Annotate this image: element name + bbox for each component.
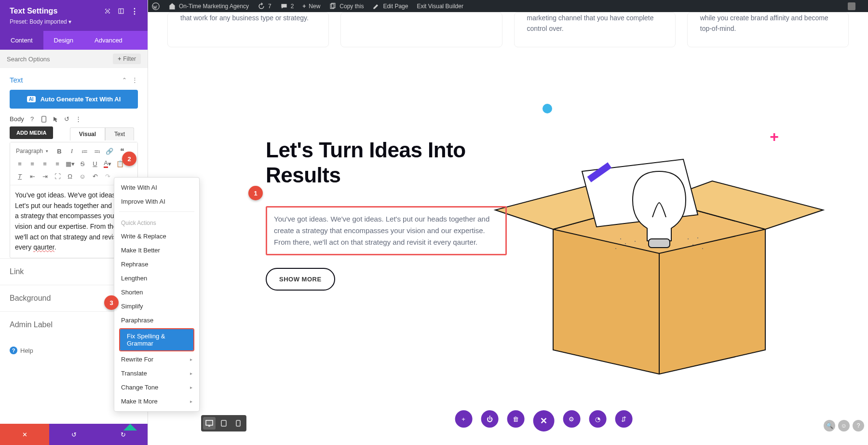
section-text-header[interactable]: Text ⌃⋮ <box>0 68 148 90</box>
history-button[interactable]: ◔ <box>589 410 606 428</box>
power-button[interactable]: ⏻ <box>481 410 498 428</box>
menu-rewrite-for[interactable]: Rewrite For▸ <box>114 352 199 366</box>
fullscreen-icon[interactable]: ⛶ <box>52 170 63 182</box>
view-desktop-icon[interactable] <box>203 417 216 430</box>
menu-improve-with-ai[interactable]: Improve With AI <box>114 195 199 209</box>
editor-tab-visual[interactable]: Visual <box>70 127 105 140</box>
ul-icon[interactable]: ≔ <box>79 145 90 157</box>
emoji-icon[interactable]: ☺ <box>77 170 88 182</box>
tab-design[interactable]: Design <box>43 31 84 50</box>
align-center-icon[interactable]: ≡ <box>27 158 38 169</box>
paragraph-select[interactable]: Paragraph <box>14 145 53 157</box>
new-content[interactable]: +New <box>302 3 320 10</box>
align-justify-icon[interactable]: ≡ <box>52 158 63 169</box>
strike-icon[interactable]: S <box>77 158 88 169</box>
feature-card: while you create brand affinity and beco… <box>687 12 849 47</box>
site-name[interactable]: On-Time Marketing Agency <box>168 2 249 10</box>
undo-button[interactable]: ↺ <box>49 424 98 445</box>
view-phone-icon[interactable] <box>232 417 244 430</box>
chevron-up-icon: ⌃ <box>122 77 127 83</box>
more-icon[interactable]: ⋮ <box>131 8 138 14</box>
redo-button[interactable]: ↻ <box>98 424 148 445</box>
menu-make-better[interactable]: Make It Better <box>114 243 199 257</box>
wp-logo[interactable] <box>152 2 160 10</box>
ol-icon[interactable]: ≕ <box>91 145 103 157</box>
transfer-button[interactable]: ⇵ <box>615 410 632 428</box>
comments[interactable]: 2 <box>280 2 294 10</box>
sidebar-tabs: Content Design Advanced <box>0 31 148 50</box>
chevron-right-icon: ▸ <box>190 371 192 376</box>
callout-badge-2: 2 <box>122 152 136 166</box>
delete-button[interactable]: 🗑 <box>507 410 524 428</box>
exit-visual-builder[interactable]: Exit Visual Builder <box>417 3 463 10</box>
more-icon[interactable]: ⋮ <box>75 116 82 123</box>
hover-icon[interactable] <box>52 116 59 123</box>
search-row: +Filter <box>0 50 148 68</box>
svg-rect-25 <box>221 420 226 426</box>
special-char-icon[interactable]: Ω <box>64 170 76 182</box>
menu-write-with-ai[interactable]: Write With AI <box>114 181 199 195</box>
reset-icon[interactable]: ↺ <box>64 116 70 123</box>
support-floating-icon[interactable]: ☺ <box>838 420 850 431</box>
body-label: Body <box>10 115 24 123</box>
table-icon[interactable]: ▦▾ <box>64 158 76 169</box>
svg-point-21 <box>615 248 616 249</box>
filter-button[interactable]: +Filter <box>113 54 141 64</box>
link-icon[interactable]: 🔗 <box>104 145 115 157</box>
menu-quick-actions-header: Quick Actions <box>114 215 199 229</box>
view-tablet-icon[interactable] <box>217 417 230 430</box>
show-more-button[interactable]: SHOW MORE <box>266 268 335 291</box>
editor-tab-text[interactable]: Text <box>105 127 134 140</box>
add-media-button[interactable]: ADD MEDIA <box>10 126 53 139</box>
help-floating-icon[interactable]: ? <box>853 420 864 431</box>
menu-write-replace[interactable]: Write & Replace <box>114 229 199 243</box>
chevron-right-icon: ▸ <box>190 385 192 390</box>
help-icon[interactable]: ? <box>29 116 36 123</box>
search-floating-icon[interactable]: 🔍 <box>824 420 835 431</box>
search-input[interactable] <box>7 56 109 63</box>
indent-right-icon[interactable]: ⇥ <box>39 170 51 182</box>
menu-rephrase[interactable]: Rephrase <box>114 257 199 271</box>
menu-fix-spelling-grammar[interactable]: Fix Spelling & Grammar <box>120 329 193 350</box>
settings-gear-button[interactable]: ⚙ <box>563 410 580 428</box>
menu-shorten[interactable]: Shorten <box>114 285 199 299</box>
menu-make-it-more[interactable]: Make It More▸ <box>114 394 199 408</box>
menu-change-tone[interactable]: Change Tone▸ <box>114 380 199 394</box>
hero-subtext-highlighted[interactable]: You've got ideas. We've got ideas. Let's… <box>266 206 507 255</box>
clear-format-icon[interactable]: T <box>14 170 26 182</box>
align-right-icon[interactable]: ≡ <box>39 158 51 169</box>
indent-left-icon[interactable]: ⇤ <box>27 170 38 182</box>
copy-this[interactable]: Copy this <box>329 2 364 10</box>
more-dots-icon[interactable]: ⋮ <box>132 76 138 83</box>
feature-cards-row: that work for any business type or strat… <box>148 12 868 64</box>
floating-help-buttons: 🔍 ☺ ? <box>824 420 864 431</box>
bold-icon[interactable]: B <box>54 145 65 157</box>
textcolor-icon[interactable]: A▾ <box>102 158 113 169</box>
menu-lengthen[interactable]: Lengthen <box>114 271 199 285</box>
tab-content[interactable]: Content <box>0 31 43 50</box>
layout-icon[interactable] <box>118 8 124 14</box>
page-canvas: that work for any business type or strat… <box>148 12 868 445</box>
undo-icon[interactable]: ↶ <box>89 170 101 182</box>
updates[interactable]: 7 <box>258 2 271 10</box>
italic-icon[interactable]: I <box>66 145 78 157</box>
menu-translate[interactable]: Translate▸ <box>114 366 199 380</box>
hero-title: Let's Turn Ideas Into Results <box>266 138 507 188</box>
edit-page[interactable]: Edit Page <box>372 2 408 10</box>
expand-icon[interactable] <box>104 8 111 14</box>
underline-icon[interactable]: U <box>89 158 101 169</box>
redo-icon[interactable]: ↷ <box>102 170 113 182</box>
align-left-icon[interactable]: ≡ <box>14 158 26 169</box>
auto-generate-ai-button[interactable]: AI Auto Generate Text With AI <box>10 90 138 109</box>
sidebar-header: Text Settings ⋮ Preset: Body imported ▾ <box>0 0 148 31</box>
close-builder-button[interactable]: ✕ <box>533 410 554 431</box>
add-button[interactable]: + <box>455 410 472 428</box>
cancel-button[interactable]: ✕ <box>0 424 49 445</box>
user-account[interactable] <box>848 2 855 10</box>
preset-label[interactable]: Preset: Body imported ▾ <box>10 18 138 25</box>
svg-point-19 <box>692 244 693 245</box>
mobile-icon[interactable] <box>41 116 47 123</box>
tab-advanced[interactable]: Advanced <box>84 31 133 50</box>
menu-simplify[interactable]: Simplify <box>114 299 199 313</box>
menu-paraphrase[interactable]: Paraphrase <box>114 313 199 327</box>
